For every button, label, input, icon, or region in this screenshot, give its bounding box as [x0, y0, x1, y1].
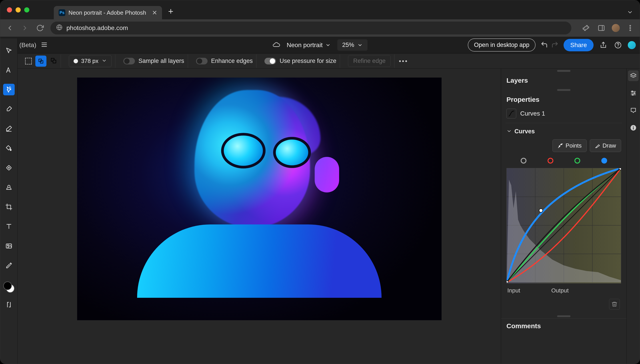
- forward-button[interactable]: [20, 23, 30, 33]
- svg-point-5: [630, 30, 631, 31]
- curves-draw-button[interactable]: Draw: [590, 139, 621, 152]
- quick-selection-tool[interactable]: [3, 84, 15, 95]
- layers-panel-title[interactable]: Layers: [501, 73, 626, 88]
- svg-rect-1: [598, 26, 604, 31]
- fill-tool[interactable]: [3, 142, 15, 154]
- refine-edge-button: Refine edge: [348, 55, 391, 67]
- beta-label: (Beta): [19, 42, 36, 49]
- foreground-background-colors[interactable]: [3, 282, 14, 293]
- browser-titlebar: Ps Neon portrait - Adobe Photosh ✕ +: [0, 0, 640, 19]
- channel-blue-button[interactable]: [601, 158, 607, 164]
- use-pressure-toggle[interactable]: [264, 58, 276, 64]
- browser-profile-avatar[interactable]: [612, 24, 620, 32]
- browser-tab-title: Neon portrait - Adobe Photosh: [68, 9, 146, 16]
- fullscreen-window-button[interactable]: [24, 7, 29, 12]
- spot-heal-tool[interactable]: [3, 162, 15, 174]
- transform-tool[interactable]: [3, 64, 15, 76]
- crop-tool[interactable]: [3, 201, 15, 213]
- selected-layer-row[interactable]: Curves 1: [501, 107, 626, 120]
- hamburger-menu-icon[interactable]: [41, 41, 48, 49]
- selection-subtract-icon[interactable]: [50, 57, 57, 65]
- enhance-edges-label: Enhance edges: [211, 58, 253, 64]
- browser-toolbar: photoshop.adobe.com: [0, 19, 640, 37]
- input-label: Input: [507, 287, 520, 294]
- sample-all-layers-label: Sample all layers: [138, 58, 184, 64]
- panel-drag-handle[interactable]: [557, 89, 570, 91]
- points-label: Points: [566, 142, 582, 149]
- help-icon[interactable]: [613, 42, 623, 49]
- eraser-tool[interactable]: [3, 123, 15, 134]
- place-image-tool[interactable]: [3, 240, 15, 252]
- foreground-color-swatch[interactable]: [3, 282, 12, 290]
- channel-selector: [501, 154, 626, 167]
- properties-panel-title: Properties: [501, 92, 626, 107]
- open-in-desktop-button[interactable]: Open in desktop app: [468, 38, 536, 52]
- move-tool[interactable]: [3, 45, 15, 56]
- undo-redo-group: [540, 41, 559, 49]
- channel-red-button[interactable]: [548, 158, 553, 164]
- type-tool[interactable]: [3, 221, 15, 232]
- curves-section-label: Curves: [514, 128, 535, 135]
- zoom-dropdown[interactable]: 25%: [337, 39, 368, 51]
- svg-point-25: [7, 245, 8, 246]
- use-pressure-label: Use pressure for size: [280, 58, 336, 64]
- document-canvas[interactable]: [77, 78, 442, 320]
- brush-size-dropdown[interactable]: 378 px: [69, 55, 112, 67]
- cloud-status-icon[interactable]: [272, 41, 280, 49]
- adjustments-rail-icon[interactable]: [628, 88, 639, 98]
- panel-drag-handle[interactable]: [557, 70, 570, 72]
- svg-point-21: [8, 185, 10, 188]
- new-tab-button[interactable]: +: [168, 6, 173, 16]
- sidepanel-icon[interactable]: [597, 23, 606, 33]
- main-area: Layers Properties Curves 1 Curves Points…: [0, 69, 640, 364]
- swap-colors-icon[interactable]: [3, 299, 15, 310]
- channel-rgb-button[interactable]: [521, 158, 526, 164]
- address-bar[interactable]: photoshop.adobe.com: [50, 22, 571, 34]
- comments-panel[interactable]: Comments: [501, 318, 626, 333]
- curves-points-button[interactable]: Points: [552, 139, 587, 152]
- delete-point-button[interactable]: [609, 299, 620, 310]
- photoshop-favicon: Ps: [59, 9, 65, 16]
- svg-point-28: [559, 146, 560, 147]
- eyedropper-tool[interactable]: [3, 260, 15, 271]
- export-icon[interactable]: [598, 42, 608, 49]
- share-button[interactable]: Share: [564, 39, 594, 51]
- user-avatar[interactable]: [628, 41, 636, 49]
- info-rail-icon[interactable]: [628, 122, 639, 133]
- curves-io-labels: Input Output: [501, 284, 626, 297]
- redo-button[interactable]: [551, 41, 559, 49]
- svg-point-48: [633, 126, 634, 127]
- document-name-dropdown[interactable]: Neon portrait: [287, 42, 331, 49]
- header-right: Open in desktop app Share: [468, 38, 636, 52]
- enhance-edges-toggle[interactable]: [196, 58, 208, 64]
- sample-all-layers-toggle[interactable]: [123, 58, 135, 64]
- close-window-button[interactable]: [7, 7, 12, 12]
- panel-drag-handle[interactable]: [557, 315, 570, 317]
- back-button[interactable]: [5, 23, 14, 33]
- svg-point-3: [630, 25, 631, 26]
- selected-layer-name: Curves 1: [520, 110, 545, 117]
- minimize-window-button[interactable]: [16, 7, 21, 12]
- extensions-icon[interactable]: [582, 23, 591, 33]
- canvas-area[interactable]: [18, 69, 501, 364]
- tabs-dropdown-icon[interactable]: [627, 9, 633, 16]
- layers-rail-icon[interactable]: [628, 70, 639, 81]
- curves-section-toggle[interactable]: Curves: [501, 126, 626, 137]
- tool-options-bar: 378 px Sample all layers Enhance edges U…: [18, 54, 640, 69]
- brush-tool[interactable]: [3, 103, 15, 115]
- browser-tab[interactable]: Ps Neon portrait - Adobe Photosh ✕: [54, 6, 162, 19]
- site-info-icon[interactable]: [56, 24, 62, 32]
- header-center: Neon portrait 25%: [272, 39, 368, 51]
- selection-add-icon[interactable]: [35, 56, 46, 67]
- close-tab-icon[interactable]: ✕: [152, 9, 157, 16]
- curves-graph[interactable]: [506, 168, 621, 284]
- browser-menu-icon[interactable]: [626, 23, 635, 33]
- more-options-icon[interactable]: •••: [399, 58, 408, 65]
- comments-rail-icon[interactable]: [628, 105, 639, 116]
- curves-adjustment-icon: [506, 109, 516, 118]
- undo-button[interactable]: [540, 41, 548, 49]
- selection-new-icon[interactable]: [25, 58, 32, 64]
- channel-green-button[interactable]: [574, 158, 580, 164]
- reload-button[interactable]: [35, 23, 45, 33]
- clone-stamp-tool[interactable]: [3, 182, 15, 193]
